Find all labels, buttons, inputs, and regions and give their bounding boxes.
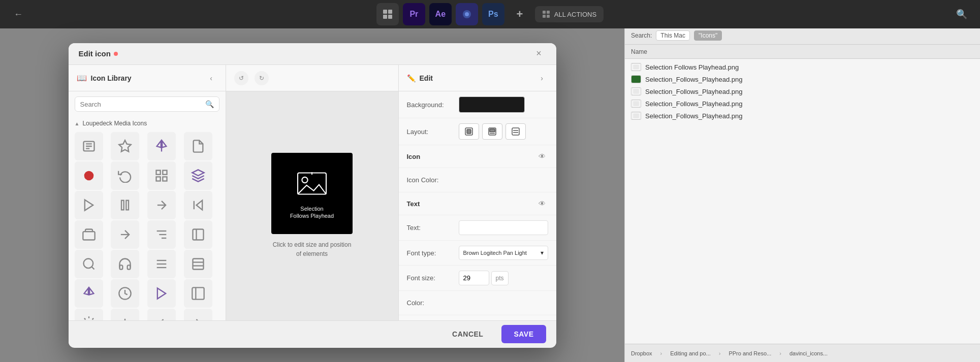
finder-file-item[interactable]: Selection_Follows_Playhead.png (625, 110, 980, 122)
svg-rect-59 (298, 173, 326, 194)
dialog-title-text: Edit icon (79, 49, 111, 58)
background-row: Background: (399, 91, 556, 118)
icon-cell[interactable] (111, 250, 139, 278)
edit-pencil-icon: ✏️ (407, 74, 416, 82)
finder-this-mac-filter[interactable]: This Mac (656, 30, 690, 41)
file-icon (631, 100, 641, 108)
background-color-swatch[interactable] (459, 96, 525, 113)
edit-icon-dialog: Edit icon × 📖 Icon Library ‹ 🔍 (69, 43, 556, 348)
preview-icon-box[interactable]: Selection Follows Playhead (271, 153, 353, 234)
icon-section-header[interactable]: ▲ Loupedeck Media Icons (69, 117, 226, 130)
svg-rect-63 (467, 129, 471, 134)
dialog-overlay: Edit icon × 📖 Icon Library ‹ 🔍 (0, 28, 624, 362)
app-icon-ps[interactable]: Ps (482, 3, 504, 25)
svg-rect-38 (193, 259, 203, 270)
icon-visibility-button[interactable]: 👁 (536, 150, 548, 162)
app-icon-ld[interactable] (456, 3, 478, 25)
app-icon-ae[interactable]: Ae (429, 3, 452, 25)
icon-cell[interactable] (75, 161, 103, 190)
app-icon-grid[interactable] (376, 3, 399, 25)
icon-cell[interactable] (111, 309, 139, 320)
icon-cell[interactable] (75, 309, 103, 320)
icon-cell[interactable] (147, 161, 176, 190)
icon-cell[interactable] (111, 279, 139, 308)
icon-cell[interactable] (184, 250, 212, 278)
icon-cell[interactable] (111, 161, 139, 190)
icon-cell[interactable] (75, 279, 103, 308)
icon-cell[interactable] (75, 220, 103, 249)
icon-cell[interactable] (111, 132, 139, 160)
breadcrumb-editing[interactable]: Editing and po... (670, 350, 711, 356)
breadcrumb-ppro[interactable]: PPro and Reso... (729, 350, 771, 356)
text-visibility-button[interactable]: 👁 (536, 198, 548, 210)
all-actions-button[interactable]: ALL ACTIONS (535, 6, 604, 22)
cancel-button[interactable]: CANCEL (440, 325, 495, 343)
icon-search-input[interactable] (80, 101, 201, 108)
file-icon (631, 87, 641, 95)
icon-cell[interactable] (75, 132, 103, 160)
svg-rect-31 (193, 229, 203, 240)
layout-row: Layout: (399, 118, 556, 145)
icon-cell[interactable] (75, 191, 103, 219)
icon-cell[interactable] (184, 191, 212, 219)
layout-text-only-button[interactable] (505, 123, 526, 140)
icon-cell[interactable] (111, 191, 139, 219)
preview-redo-button[interactable]: ↻ (255, 71, 269, 85)
icon-cell[interactable] (111, 220, 139, 249)
font-dropdown-icon: ▾ (541, 249, 544, 256)
add-app-button[interactable]: + (509, 3, 531, 25)
search-button[interactable]: 🔍 (954, 6, 970, 22)
svg-rect-45 (192, 288, 204, 300)
text-label: Text: (407, 224, 453, 232)
finder-icons-filter[interactable]: "Icons" (694, 30, 722, 41)
dialog-close-button[interactable]: × (532, 47, 546, 61)
font-type-select[interactable]: Brown Logitech Pan Light ▾ (459, 246, 548, 260)
layout-icon-text-button[interactable] (482, 123, 502, 140)
icon-cell[interactable] (184, 309, 212, 320)
finder-file-item[interactable]: Selection_Follows_Playhead.png (625, 73, 980, 85)
font-size-label: Font size: (407, 274, 453, 282)
icon-library-collapse-button[interactable]: ‹ (205, 72, 217, 84)
icon-cell[interactable] (147, 250, 176, 278)
layout-label: Layout: (407, 128, 453, 136)
top-bar-center: Pr Ae Ps + ALL ACTIONS (376, 3, 604, 25)
top-bar-right: 🔍 (954, 6, 970, 22)
icon-cell[interactable] (75, 250, 103, 278)
finder-file-item[interactable]: Selection_Follows_Playhead.png (625, 85, 980, 97)
svg-rect-22 (127, 201, 129, 210)
back-button[interactable]: ← (10, 6, 26, 22)
preview-area[interactable]: Selection Follows Playhead Click to edit… (226, 91, 398, 320)
font-size-controls: pts (459, 271, 509, 285)
finder-name-column: Name (631, 48, 647, 55)
icon-cell[interactable] (184, 279, 212, 308)
finder-file-item[interactable]: Selection Follows Playhead.png (625, 61, 980, 73)
font-type-row: Font type: Brown Logitech Pan Light ▾ (399, 241, 556, 266)
text-field[interactable] (459, 220, 548, 235)
breadcrumb-dropbox[interactable]: Dropbox (631, 350, 652, 356)
svg-rect-65 (490, 129, 495, 132)
icon-section-title: Icon (407, 153, 421, 160)
icon-cell[interactable] (147, 132, 176, 160)
icon-cell[interactable] (184, 132, 212, 160)
icon-cell[interactable] (147, 191, 176, 219)
svg-rect-74 (633, 64, 639, 70)
layout-icon-only-button[interactable] (459, 123, 479, 140)
icon-cell[interactable] (147, 309, 176, 320)
finder-file-list: Selection Follows Playhead.png Selection… (625, 59, 980, 124)
svg-marker-20 (84, 200, 92, 211)
icon-cell[interactable] (184, 161, 212, 190)
edit-panel-expand-button[interactable]: › (536, 72, 548, 84)
icon-cell[interactable] (147, 220, 176, 249)
breadcrumb-davinci[interactable]: davinci_icons... (789, 350, 828, 356)
svg-rect-18 (156, 177, 161, 181)
svg-marker-11 (119, 141, 131, 152)
app-icon-pr[interactable]: Pr (403, 3, 425, 25)
svg-marker-44 (157, 288, 166, 299)
preview-undo-button[interactable]: ↺ (234, 71, 248, 85)
font-size-input[interactable] (459, 271, 489, 285)
icon-cell[interactable] (184, 220, 212, 249)
svg-rect-78 (633, 101, 639, 106)
finder-file-item[interactable]: Selection_Follows_Playhead.png (625, 97, 980, 110)
save-button[interactable]: SAVE (501, 325, 546, 343)
icon-cell[interactable] (147, 279, 176, 308)
